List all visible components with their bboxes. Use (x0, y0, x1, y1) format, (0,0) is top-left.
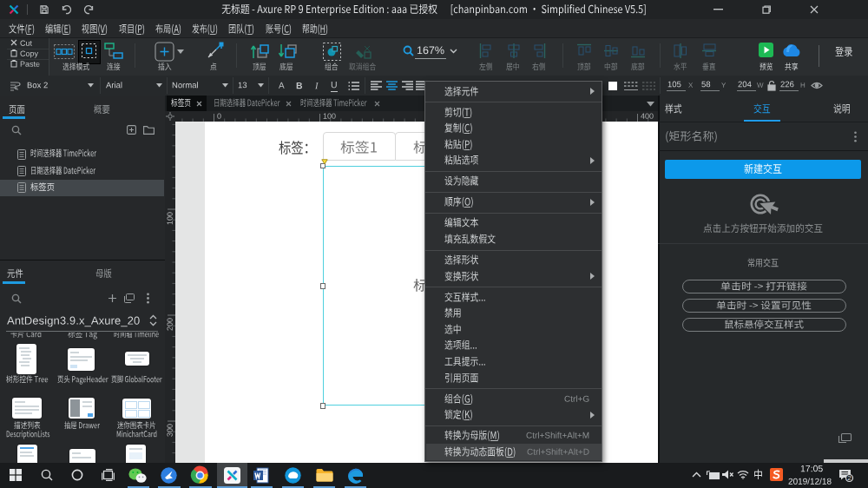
svg-text:2: 2 (847, 474, 852, 482)
